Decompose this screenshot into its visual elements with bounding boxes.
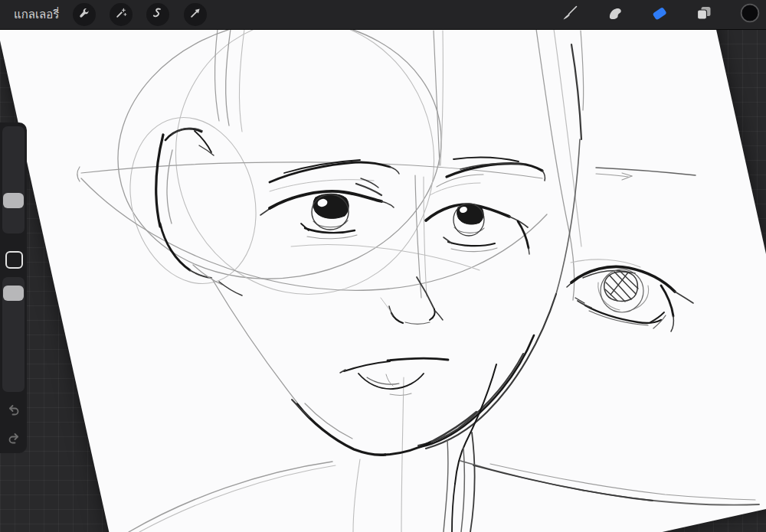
color-swatch-icon (740, 3, 760, 26)
modify-button[interactable] (5, 251, 23, 269)
undo-button[interactable] (4, 402, 24, 422)
selection-button[interactable] (146, 3, 169, 26)
magic-wand-icon (114, 6, 128, 23)
brush-icon (561, 4, 579, 25)
layers-button[interactable] (694, 5, 714, 24)
redo-icon (5, 429, 23, 451)
drawing-canvas[interactable] (0, 0, 766, 532)
smudge-tool-button[interactable] (605, 5, 625, 24)
layers-icon (695, 4, 713, 25)
eraser-icon (650, 3, 669, 26)
actions-button[interactable] (73, 3, 96, 26)
app-window: แกลเลอรี่ (0, 0, 766, 532)
erase-tool-button[interactable] (650, 5, 669, 24)
paint-tool-button[interactable] (560, 5, 580, 24)
wrench-icon (77, 6, 91, 23)
brush-size-slider[interactable] (2, 126, 25, 233)
top-toolbar: แกลเลอรี่ (0, 0, 766, 30)
sidebar (0, 122, 27, 453)
gallery-button[interactable]: แกลเลอรี่ (14, 0, 59, 29)
color-button[interactable] (740, 5, 760, 24)
undo-icon (5, 401, 23, 423)
redo-button[interactable] (4, 430, 24, 450)
arrow-cursor-icon (188, 6, 202, 23)
s-curve-icon (151, 6, 165, 23)
opacity-handle[interactable] (3, 286, 24, 301)
adjustments-button[interactable] (110, 3, 133, 26)
brush-size-handle[interactable] (3, 193, 24, 208)
transform-button[interactable] (184, 3, 207, 26)
smudge-icon (606, 4, 624, 25)
